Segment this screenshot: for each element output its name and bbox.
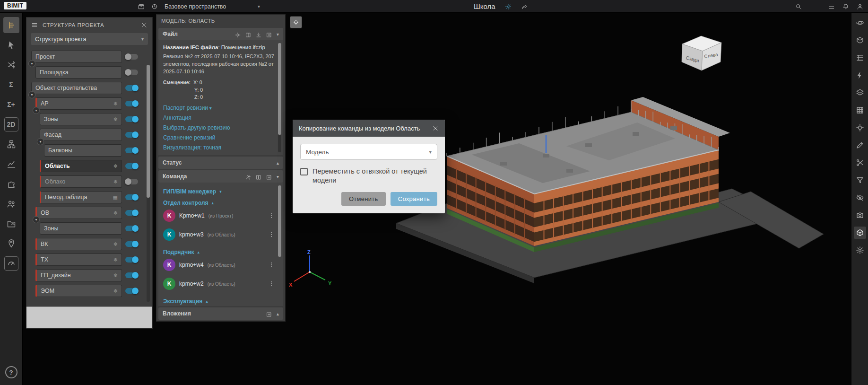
tree-options-icon[interactable] <box>31 22 38 28</box>
chevron-up-icon[interactable]: ▴ <box>277 311 279 316</box>
tool-markup[interactable] <box>854 139 866 151</box>
download-icon[interactable] <box>256 31 261 37</box>
focus-crosshair-button[interactable] <box>290 16 302 28</box>
file-link[interactable]: Сравнение ревизий <box>163 134 275 141</box>
section-status-header[interactable]: Статус ▴ <box>158 157 283 169</box>
tool-grid-table[interactable] <box>854 104 866 116</box>
search-icon[interactable] <box>795 3 802 10</box>
tool-filter[interactable] <box>854 174 866 186</box>
workspace-dropdown[interactable]: Базовое пространство ▾ <box>165 3 260 10</box>
help-button[interactable]: ? <box>5 366 17 378</box>
tree-item[interactable]: Немод.таблица▦ <box>40 191 138 203</box>
share-icon[interactable] <box>521 3 528 10</box>
tool-relations[interactable] <box>3 57 19 73</box>
team-group-label[interactable]: Подрядчик▴ <box>163 249 275 255</box>
tool-snapshot[interactable] <box>854 209 866 221</box>
tool-2d-view[interactable]: 2D <box>4 117 18 131</box>
member-menu-icon[interactable] <box>268 262 275 268</box>
visibility-toggle[interactable] <box>125 54 138 60</box>
team-group-label[interactable]: Отдел контроля▴ <box>163 200 275 206</box>
chevron-down-icon[interactable]: ▾ <box>277 32 279 37</box>
visibility-toggle[interactable] <box>125 194 138 200</box>
visibility-toggle[interactable] <box>125 179 138 184</box>
visibility-toggle[interactable] <box>125 241 138 247</box>
copy-icon[interactable] <box>256 174 261 179</box>
person-add-icon[interactable] <box>245 174 251 179</box>
tool-section-box[interactable] <box>854 34 866 46</box>
member-menu-icon[interactable] <box>268 231 275 238</box>
file-link[interactable]: Визуализация: точная <box>163 144 275 151</box>
tool-section-cut[interactable] <box>854 157 866 169</box>
chevron-up-icon[interactable]: ▴ <box>277 160 279 166</box>
expand-button[interactable]: ▾ <box>28 91 35 98</box>
member-menu-icon[interactable] <box>268 280 275 287</box>
close-icon[interactable] <box>432 125 439 131</box>
history-icon[interactable] <box>151 3 158 10</box>
expand-button[interactable]: ▾ <box>28 60 35 67</box>
section-file-header[interactable]: Файл ▾ <box>158 28 283 40</box>
tree-item[interactable]: Облако❄ <box>40 175 138 188</box>
team-group-label[interactable]: ГИП/BIM менеджер▾ <box>163 188 275 195</box>
tree-item[interactable]: ВК❄ <box>35 238 138 250</box>
tool-assignments[interactable] <box>3 236 19 252</box>
tree-scrollbar[interactable] <box>147 65 150 302</box>
tool-totals[interactable]: Σ <box>3 77 19 93</box>
tree-item[interactable]: Зоны <box>40 222 138 235</box>
tool-model-view[interactable] <box>854 227 866 239</box>
close-icon[interactable] <box>141 22 148 28</box>
tree-item[interactable]: ОВ❄▾ <box>35 207 138 219</box>
tool-layers[interactable] <box>854 87 866 99</box>
member-menu-icon[interactable] <box>268 212 275 219</box>
tree-item[interactable]: АР❄▾ <box>35 97 138 110</box>
tool-orbit-view[interactable] <box>854 17 866 29</box>
app-logo[interactable]: BiMiT <box>4 2 26 9</box>
tree-item[interactable]: Фасад▾ <box>40 129 138 141</box>
tool-focus-selection[interactable] <box>854 122 866 134</box>
bell-icon[interactable] <box>842 3 849 10</box>
list-icon[interactable] <box>828 3 835 10</box>
user-icon[interactable] <box>857 3 863 10</box>
structure-selector[interactable]: Структура проекта ▾ <box>31 33 148 45</box>
tool-project-structure[interactable] <box>3 17 19 33</box>
tool-plugins[interactable] <box>3 176 19 192</box>
navigation-cube[interactable]: Сзади Слева <box>675 32 728 76</box>
tool-hide-elements[interactable] <box>854 192 866 204</box>
visibility-toggle[interactable] <box>125 288 138 294</box>
tree-item[interactable]: Проект▾ <box>31 51 138 63</box>
expand-button[interactable]: ▾ <box>33 216 40 223</box>
tool-totals-add[interactable]: Σ+ <box>3 96 19 113</box>
visibility-toggle[interactable] <box>125 116 138 122</box>
team-scrollbar[interactable] <box>278 185 281 257</box>
visibility-toggle[interactable] <box>125 257 138 262</box>
tree-item[interactable]: Область❄ <box>40 160 138 172</box>
expand-button[interactable]: ▾ <box>33 107 40 114</box>
tree-item[interactable]: Зоны❄ <box>40 113 138 125</box>
visibility-toggle[interactable] <box>125 210 138 216</box>
tool-clash-detection[interactable] <box>854 69 866 81</box>
visibility-toggle[interactable] <box>125 163 138 169</box>
detach-checkbox[interactable] <box>300 168 308 175</box>
file-link[interactable]: Паспорт ревизии ▾ <box>163 105 275 111</box>
tool-select-tool[interactable] <box>3 37 19 53</box>
model-select[interactable]: Модель ▾ <box>300 144 437 160</box>
package-icon[interactable] <box>138 3 145 10</box>
section-attachments-header[interactable]: Вложения ▴ <box>158 307 283 320</box>
file-link[interactable]: Выбрать другую ревизию <box>163 124 275 131</box>
tree-item[interactable]: Балконы <box>44 144 138 157</box>
chevron-down-icon[interactable]: ▾ <box>277 174 279 179</box>
visibility-toggle[interactable] <box>125 85 138 91</box>
visibility-toggle[interactable] <box>125 101 138 106</box>
visibility-toggle[interactable] <box>125 132 138 138</box>
add-icon[interactable] <box>266 311 272 316</box>
visibility-toggle[interactable] <box>125 70 138 75</box>
locate-icon[interactable] <box>235 31 241 37</box>
tree-item[interactable]: ЭОМ❄ <box>35 285 138 297</box>
visibility-toggle[interactable] <box>125 148 138 153</box>
tree-item[interactable]: Объект строительства▾ <box>31 82 138 94</box>
tree-item[interactable]: Площадка <box>35 66 138 79</box>
tree-item[interactable]: ТХ❄ <box>35 254 138 266</box>
settings-gear-icon[interactable] <box>505 3 512 10</box>
tool-shared-projects[interactable] <box>3 216 19 232</box>
visibility-toggle[interactable] <box>125 272 138 278</box>
file-scrollbar[interactable] <box>278 43 281 152</box>
